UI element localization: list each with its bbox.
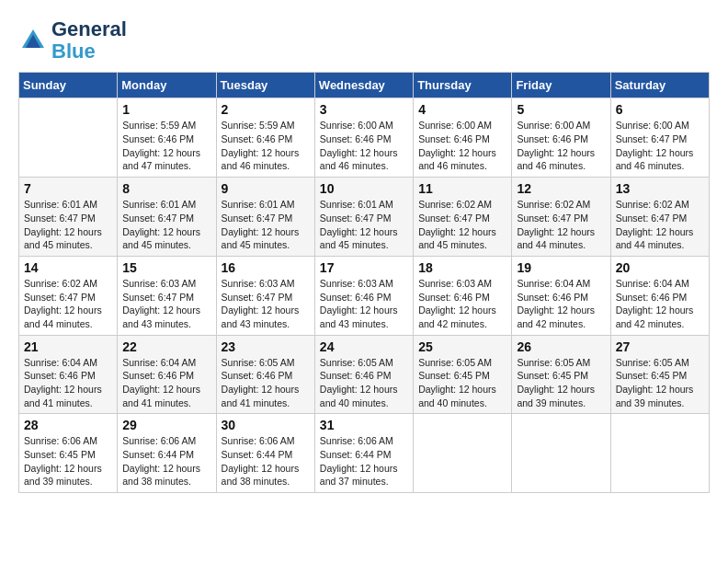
- day-info: Sunrise: 6:05 AM Sunset: 6:46 PM Dayligh…: [222, 356, 310, 410]
- calendar-cell: [414, 414, 512, 493]
- day-number: 8: [122, 181, 210, 196]
- day-info: Sunrise: 6:02 AM Sunset: 6:47 PM Dayligh…: [616, 198, 704, 252]
- day-info: Sunrise: 6:01 AM Sunset: 6:47 PM Dayligh…: [222, 198, 310, 252]
- calendar-cell: 3Sunrise: 6:00 AM Sunset: 6:46 PM Daylig…: [314, 98, 413, 178]
- calendar-cell: 18Sunrise: 6:03 AM Sunset: 6:46 PM Dayli…: [414, 256, 512, 335]
- calendar-cell: [610, 414, 709, 493]
- calendar-cell: 28Sunrise: 6:06 AM Sunset: 6:45 PM Dayli…: [19, 414, 118, 493]
- day-info: Sunrise: 6:00 AM Sunset: 6:46 PM Dayligh…: [320, 119, 408, 173]
- day-number: 9: [222, 181, 310, 196]
- calendar-cell: 17Sunrise: 6:03 AM Sunset: 6:46 PM Dayli…: [314, 256, 413, 335]
- calendar-cell: 1Sunrise: 5:59 AM Sunset: 6:46 PM Daylig…: [118, 98, 216, 178]
- weekday-header-monday: Monday: [118, 73, 216, 98]
- calendar-cell: 7Sunrise: 6:01 AM Sunset: 6:47 PM Daylig…: [19, 178, 118, 257]
- day-number: 26: [517, 339, 605, 354]
- logo-text: GeneralBlue: [51, 18, 127, 63]
- day-number: 14: [24, 260, 112, 275]
- day-info: Sunrise: 6:04 AM Sunset: 6:46 PM Dayligh…: [517, 277, 605, 331]
- calendar-cell: 25Sunrise: 6:05 AM Sunset: 6:45 PM Dayli…: [414, 335, 512, 414]
- day-number: 23: [222, 339, 310, 354]
- calendar-cell: 6Sunrise: 6:00 AM Sunset: 6:47 PM Daylig…: [610, 98, 709, 178]
- weekday-header-wednesday: Wednesday: [314, 73, 413, 98]
- day-info: Sunrise: 6:04 AM Sunset: 6:46 PM Dayligh…: [24, 356, 112, 410]
- calendar-cell: 2Sunrise: 5:59 AM Sunset: 6:46 PM Daylig…: [216, 98, 314, 178]
- calendar-week-row: 28Sunrise: 6:06 AM Sunset: 6:45 PM Dayli…: [19, 414, 710, 493]
- day-info: Sunrise: 6:03 AM Sunset: 6:47 PM Dayligh…: [222, 277, 310, 331]
- day-number: 29: [122, 418, 210, 432]
- calendar-week-row: 14Sunrise: 6:02 AM Sunset: 6:47 PM Dayli…: [19, 256, 710, 335]
- weekday-header-saturday: Saturday: [610, 73, 709, 98]
- day-number: 6: [616, 102, 704, 117]
- calendar-cell: 27Sunrise: 6:05 AM Sunset: 6:45 PM Dayli…: [610, 335, 709, 414]
- calendar-cell: 10Sunrise: 6:01 AM Sunset: 6:47 PM Dayli…: [314, 178, 413, 257]
- day-info: Sunrise: 5:59 AM Sunset: 6:46 PM Dayligh…: [222, 119, 310, 173]
- day-number: 3: [320, 102, 408, 117]
- calendar-cell: [512, 414, 610, 493]
- day-number: 22: [122, 339, 210, 354]
- day-number: 17: [320, 260, 408, 275]
- day-info: Sunrise: 6:05 AM Sunset: 6:45 PM Dayligh…: [517, 356, 605, 410]
- day-info: Sunrise: 6:00 AM Sunset: 6:46 PM Dayligh…: [418, 119, 506, 173]
- day-info: Sunrise: 6:06 AM Sunset: 6:44 PM Dayligh…: [122, 434, 210, 488]
- day-info: Sunrise: 6:00 AM Sunset: 6:47 PM Dayligh…: [616, 119, 704, 173]
- calendar-cell: 13Sunrise: 6:02 AM Sunset: 6:47 PM Dayli…: [610, 178, 709, 257]
- day-info: Sunrise: 6:04 AM Sunset: 6:46 PM Dayligh…: [122, 356, 210, 410]
- calendar-cell: 22Sunrise: 6:04 AM Sunset: 6:46 PM Dayli…: [118, 335, 216, 414]
- day-number: 11: [418, 181, 506, 196]
- day-number: 28: [24, 418, 112, 432]
- day-info: Sunrise: 6:01 AM Sunset: 6:47 PM Dayligh…: [24, 198, 112, 252]
- day-info: Sunrise: 6:02 AM Sunset: 6:47 PM Dayligh…: [418, 198, 506, 252]
- calendar-cell: 5Sunrise: 6:00 AM Sunset: 6:46 PM Daylig…: [512, 98, 610, 178]
- day-number: 5: [517, 102, 605, 117]
- calendar-cell: 4Sunrise: 6:00 AM Sunset: 6:46 PM Daylig…: [414, 98, 512, 178]
- calendar-week-row: 7Sunrise: 6:01 AM Sunset: 6:47 PM Daylig…: [19, 178, 710, 257]
- day-number: 19: [517, 260, 605, 275]
- calendar-cell: 30Sunrise: 6:06 AM Sunset: 6:44 PM Dayli…: [216, 414, 314, 493]
- calendar-cell: 19Sunrise: 6:04 AM Sunset: 6:46 PM Dayli…: [512, 256, 610, 335]
- calendar-cell: 15Sunrise: 6:03 AM Sunset: 6:47 PM Dayli…: [118, 256, 216, 335]
- day-number: 10: [320, 181, 408, 196]
- calendar-cell: 12Sunrise: 6:02 AM Sunset: 6:47 PM Dayli…: [512, 178, 610, 257]
- calendar-cell: 9Sunrise: 6:01 AM Sunset: 6:47 PM Daylig…: [216, 178, 314, 257]
- logo-icon: [18, 26, 48, 55]
- calendar-cell: 20Sunrise: 6:04 AM Sunset: 6:46 PM Dayli…: [610, 256, 709, 335]
- day-number: 13: [616, 181, 704, 196]
- day-number: 4: [418, 102, 506, 117]
- day-number: 18: [418, 260, 506, 275]
- calendar-week-row: 1Sunrise: 5:59 AM Sunset: 6:46 PM Daylig…: [19, 98, 710, 178]
- day-info: Sunrise: 6:01 AM Sunset: 6:47 PM Dayligh…: [320, 198, 408, 252]
- calendar-cell: 31Sunrise: 6:06 AM Sunset: 6:44 PM Dayli…: [314, 414, 413, 493]
- day-number: 2: [222, 102, 310, 117]
- logo: GeneralBlue: [18, 18, 127, 63]
- day-number: 21: [24, 339, 112, 354]
- day-number: 24: [320, 339, 408, 354]
- page-header: GeneralBlue: [18, 18, 710, 63]
- day-info: Sunrise: 6:03 AM Sunset: 6:46 PM Dayligh…: [418, 277, 506, 331]
- day-number: 30: [222, 418, 310, 432]
- weekday-header-sunday: Sunday: [19, 73, 118, 98]
- calendar-cell: 29Sunrise: 6:06 AM Sunset: 6:44 PM Dayli…: [118, 414, 216, 493]
- day-info: Sunrise: 6:03 AM Sunset: 6:47 PM Dayligh…: [122, 277, 210, 331]
- day-info: Sunrise: 6:04 AM Sunset: 6:46 PM Dayligh…: [616, 277, 704, 331]
- day-info: Sunrise: 6:05 AM Sunset: 6:46 PM Dayligh…: [320, 356, 408, 410]
- weekday-header-thursday: Thursday: [414, 73, 512, 98]
- day-number: 31: [320, 418, 408, 432]
- day-info: Sunrise: 6:05 AM Sunset: 6:45 PM Dayligh…: [616, 356, 704, 410]
- calendar-table: SundayMondayTuesdayWednesdayThursdayFrid…: [18, 72, 710, 493]
- calendar-cell: 23Sunrise: 6:05 AM Sunset: 6:46 PM Dayli…: [216, 335, 314, 414]
- day-number: 20: [616, 260, 704, 275]
- day-info: Sunrise: 6:06 AM Sunset: 6:45 PM Dayligh…: [24, 434, 112, 488]
- day-info: Sunrise: 6:06 AM Sunset: 6:44 PM Dayligh…: [320, 434, 408, 488]
- calendar-cell: 14Sunrise: 6:02 AM Sunset: 6:47 PM Dayli…: [19, 256, 118, 335]
- weekday-header-friday: Friday: [512, 73, 610, 98]
- day-number: 1: [122, 102, 210, 117]
- day-number: 25: [418, 339, 506, 354]
- day-number: 15: [122, 260, 210, 275]
- day-number: 12: [517, 181, 605, 196]
- day-info: Sunrise: 6:02 AM Sunset: 6:47 PM Dayligh…: [24, 277, 112, 331]
- calendar-cell: [19, 98, 118, 178]
- day-number: 27: [616, 339, 704, 354]
- calendar-cell: 26Sunrise: 6:05 AM Sunset: 6:45 PM Dayli…: [512, 335, 610, 414]
- calendar-cell: 24Sunrise: 6:05 AM Sunset: 6:46 PM Dayli…: [314, 335, 413, 414]
- day-info: Sunrise: 6:02 AM Sunset: 6:47 PM Dayligh…: [517, 198, 605, 252]
